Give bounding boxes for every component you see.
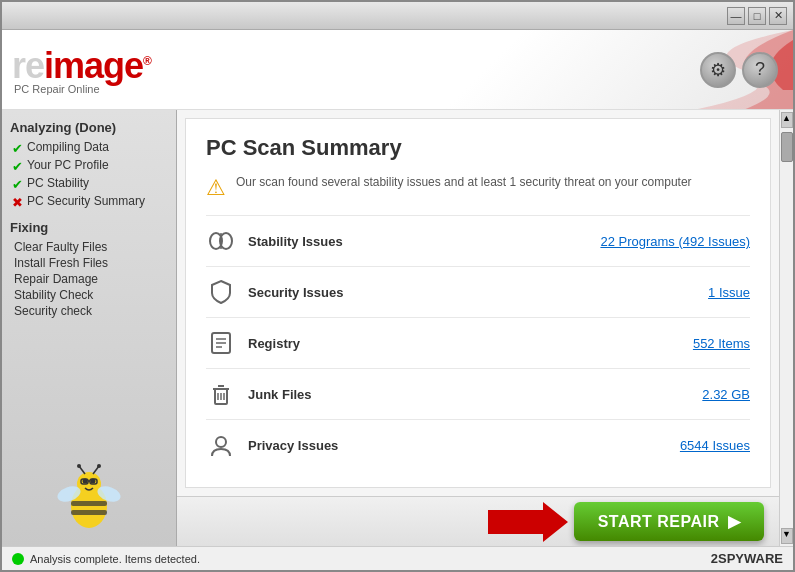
warning-icon: ⚠ (206, 175, 226, 201)
sidebar: Analyzing (Done) ✔ Compiling Data ✔ Your… (2, 110, 177, 546)
content-area: PC Scan Summary ⚠ Our scan found several… (177, 110, 779, 546)
main-area: Analyzing (Done) ✔ Compiling Data ✔ Your… (2, 110, 793, 546)
svg-point-28 (216, 437, 226, 447)
start-repair-button[interactable]: START REPAIR ▶ (574, 502, 764, 541)
help-icon-button[interactable]: ? (742, 52, 778, 88)
fixing-link-repair[interactable]: Repair Damage (10, 272, 168, 286)
stability-icon (206, 226, 236, 256)
sidebar-item-profile: ✔ Your PC Profile (10, 158, 168, 174)
bottom-action-bar: START REPAIR ▶ (177, 496, 779, 546)
stability-row: Stability Issues 22 Programs (492 Issues… (206, 215, 750, 266)
check-icon-stability: ✔ (12, 177, 23, 192)
logo: reimage® PC Repair Online (12, 45, 151, 95)
registry-label: Registry (248, 336, 681, 351)
status-brand-name: 2SPYWAR (711, 551, 775, 566)
stability-label: Stability Issues (248, 234, 588, 249)
status-text: Analysis complete. Items detected. (30, 553, 200, 565)
fixing-section: Fixing Clear Faulty Files Install Fresh … (10, 220, 168, 318)
sidebar-label-security-summary: PC Security Summary (27, 194, 145, 208)
svg-rect-7 (71, 501, 107, 506)
status-bar: Analysis complete. Items detected. 2SPYW… (2, 546, 793, 570)
warning-box: ⚠ Our scan found several stability issue… (206, 173, 750, 201)
privacy-value[interactable]: 6544 Issues (680, 438, 750, 453)
sidebar-item-security-summary: ✖ PC Security Summary (10, 194, 168, 210)
title-bar: — □ ✕ (2, 2, 793, 30)
warning-text: Our scan found several stability issues … (236, 173, 692, 191)
analysis-complete-text: Analysis complete. Items detected (206, 484, 750, 488)
scroll-track[interactable] (780, 164, 793, 526)
analyzing-title: Analyzing (Done) (10, 120, 168, 135)
minimize-button[interactable]: — (727, 7, 745, 25)
stability-value[interactable]: 22 Programs (492 Issues) (600, 234, 750, 249)
main-window: — □ ✕ reimage® PC Repair Online ⚙ ? Anal (0, 0, 795, 572)
status-left: Analysis complete. Items detected. (12, 553, 200, 565)
status-brand-suffix: E (774, 551, 783, 566)
scrollbar[interactable]: ▲ ▼ (779, 110, 793, 546)
fixing-link-clear[interactable]: Clear Faulty Files (10, 240, 168, 254)
check-icon-compiling: ✔ (12, 141, 23, 156)
svg-rect-8 (71, 510, 107, 515)
svg-marker-29 (488, 502, 568, 542)
cross-icon-security: ✖ (12, 195, 23, 210)
registry-row: Registry 552 Items (206, 317, 750, 368)
sidebar-label-profile: Your PC Profile (27, 158, 109, 172)
scan-title: PC Scan Summary (206, 135, 750, 161)
bottom-right: START REPAIR ▶ (488, 500, 764, 544)
start-repair-label: START REPAIR (598, 513, 720, 531)
sidebar-item-compiling: ✔ Compiling Data (10, 140, 168, 156)
svg-point-12 (77, 464, 81, 468)
fixing-link-security-check[interactable]: Security check (10, 304, 168, 318)
registry-icon (206, 328, 236, 358)
fixing-link-stability[interactable]: Stability Check (10, 288, 168, 302)
security-icon (206, 277, 236, 307)
header-icons: ⚙ ? (700, 52, 778, 88)
header: reimage® PC Repair Online ⚙ ? (2, 30, 793, 110)
security-value[interactable]: 1 Issue (708, 285, 750, 300)
scroll-up-button[interactable]: ▲ (781, 112, 793, 128)
bee-mascot (49, 456, 129, 536)
security-label: Security Issues (248, 285, 696, 300)
sidebar-item-stability: ✔ PC Stability (10, 176, 168, 192)
play-icon: ▶ (728, 512, 741, 531)
sidebar-label-compiling: Compiling Data (27, 140, 109, 154)
status-dot (12, 553, 24, 565)
junk-value[interactable]: 2.32 GB (702, 387, 750, 402)
junk-icon (206, 379, 236, 409)
fixing-link-install[interactable]: Install Fresh Files (10, 256, 168, 270)
content-panel: PC Scan Summary ⚠ Our scan found several… (185, 118, 771, 488)
svg-point-1 (77, 472, 101, 496)
svg-point-14 (97, 464, 101, 468)
sidebar-label-stability: PC Stability (27, 176, 89, 190)
registry-value[interactable]: 552 Items (693, 336, 750, 351)
scrollbar-thumb[interactable] (781, 132, 793, 162)
check-icon-profile: ✔ (12, 159, 23, 174)
privacy-icon (206, 430, 236, 460)
junk-row: Junk Files 2.32 GB (206, 368, 750, 419)
settings-icon-button[interactable]: ⚙ (700, 52, 736, 88)
logo-registered: ® (143, 54, 151, 68)
privacy-row: Privacy Issues 6544 Issues (206, 419, 750, 470)
security-row: Security Issues 1 Issue (206, 266, 750, 317)
logo-text: reimage® (12, 45, 151, 87)
logo-image: image (44, 45, 143, 86)
fixing-title: Fixing (10, 220, 168, 235)
scroll-down-button[interactable]: ▼ (781, 528, 793, 544)
close-button[interactable]: ✕ (769, 7, 787, 25)
privacy-label: Privacy Issues (248, 438, 668, 453)
logo-subtitle: PC Repair Online (14, 83, 151, 95)
logo-re: re (12, 45, 44, 86)
status-brand: 2SPYWARE (711, 551, 783, 566)
arrow-indicator (488, 500, 568, 544)
maximize-button[interactable]: □ (748, 7, 766, 25)
junk-label: Junk Files (248, 387, 690, 402)
